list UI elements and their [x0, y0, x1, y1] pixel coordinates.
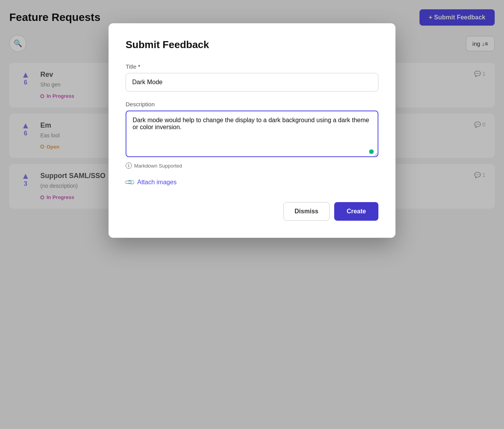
- green-status-dot: [369, 149, 374, 154]
- modal-footer: Dismiss Create: [126, 202, 378, 221]
- info-icon: i: [126, 163, 132, 169]
- description-label: Description: [126, 101, 378, 107]
- markdown-info-text: Markdown Supported: [134, 163, 182, 169]
- description-textarea[interactable]: Dark mode would help to change the displ…: [126, 111, 378, 157]
- attach-images-button[interactable]: 📎 Attach images: [126, 178, 176, 187]
- markdown-info: i Markdown Supported: [126, 163, 378, 169]
- textarea-wrapper: Dark mode would help to change the displ…: [126, 111, 378, 159]
- dismiss-button[interactable]: Dismiss: [283, 202, 330, 221]
- attach-images-label: Attach images: [137, 179, 176, 186]
- paperclip-icon: 📎: [124, 176, 136, 188]
- modal-overlay[interactable]: Submit Feedback Title * Description Dark…: [0, 0, 504, 429]
- submit-feedback-modal: Submit Feedback Title * Description Dark…: [109, 23, 395, 238]
- modal-title: Submit Feedback: [126, 39, 378, 51]
- create-button[interactable]: Create: [334, 202, 378, 221]
- required-star: *: [138, 63, 140, 70]
- title-label: Title *: [126, 63, 378, 70]
- title-input[interactable]: [126, 73, 378, 92]
